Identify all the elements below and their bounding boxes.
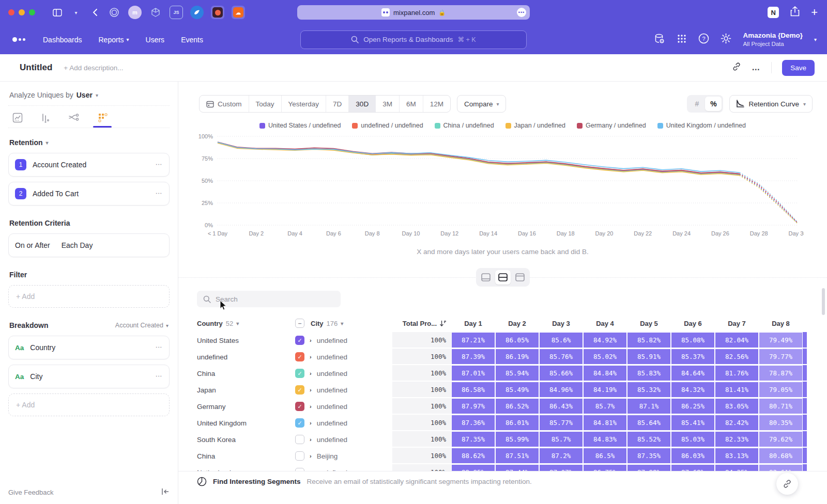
cell-day-2[interactable]: 85.99% bbox=[495, 431, 539, 448]
expand-row-icon[interactable]: › bbox=[310, 387, 312, 393]
settings-gear-icon[interactable] bbox=[721, 33, 731, 46]
cell-day-8[interactable]: 79.49% bbox=[759, 332, 803, 349]
mixpanel-logo[interactable] bbox=[12, 37, 25, 42]
favicon-m[interactable]: m bbox=[128, 6, 142, 19]
column-header-day-6[interactable]: Day 6 bbox=[671, 320, 715, 327]
cell-day-7[interactable]: 82.42% bbox=[715, 415, 759, 431]
expand-row-icon[interactable]: › bbox=[310, 337, 312, 343]
notion-extension-icon[interactable]: N bbox=[768, 7, 779, 18]
view-toggle-table-only[interactable] bbox=[512, 270, 528, 285]
tab-funnels[interactable] bbox=[40, 113, 51, 128]
add-description-field[interactable]: + Add description... bbox=[64, 64, 123, 72]
cell-day-2[interactable]: 86.19% bbox=[495, 349, 539, 365]
cell-day-6[interactable]: 86.03% bbox=[671, 448, 715, 464]
legend-item[interactable]: United States / undefined bbox=[259, 122, 341, 129]
range-6m[interactable]: 6M bbox=[400, 96, 423, 112]
favicon-bird[interactable] bbox=[190, 6, 204, 19]
cell-day-2[interactable]: 85.49% bbox=[495, 382, 539, 398]
give-feedback-link[interactable]: Give Feedback bbox=[8, 489, 53, 496]
expand-row-icon[interactable]: › bbox=[310, 420, 312, 426]
legend-item[interactable]: undefined / undefined bbox=[352, 122, 423, 129]
column-header-day-7[interactable]: Day 7 bbox=[715, 320, 759, 327]
more-options-icon[interactable]: … bbox=[752, 63, 761, 72]
legend-item[interactable]: China / undefined bbox=[435, 122, 494, 129]
cell-day-4[interactable]: 85.02% bbox=[583, 349, 627, 365]
segments-title[interactable]: Find Interesting Segments bbox=[213, 478, 301, 485]
tab-retention[interactable] bbox=[97, 113, 108, 128]
cell-day-5[interactable]: 85.91% bbox=[627, 349, 671, 365]
retention-section-title[interactable]: Retention bbox=[9, 138, 43, 147]
cell-day-8[interactable]: 80.35% bbox=[759, 415, 803, 431]
breakdown-property-name[interactable]: City bbox=[30, 372, 42, 381]
cell-day-5[interactable]: 85.83% bbox=[627, 365, 671, 382]
cell-day-8[interactable]: 79.62% bbox=[759, 431, 803, 448]
cell-day-1[interactable]: 87.35% bbox=[451, 431, 495, 448]
cell-day-6[interactable]: 86.25% bbox=[671, 398, 715, 415]
cell-day-1[interactable]: 87.97% bbox=[451, 398, 495, 415]
cell-day-6[interactable]: 84.32% bbox=[671, 382, 715, 398]
cell-day-3[interactable]: 85.66% bbox=[539, 365, 583, 382]
breakdown-item-city[interactable]: Aa City ⋮ bbox=[8, 365, 170, 388]
global-search-input[interactable]: Open Reports & Dashboards ⌘ + K bbox=[300, 30, 527, 49]
cell-day-1[interactable]: 87.36% bbox=[451, 415, 495, 431]
cell-day-7[interactable]: 83.05% bbox=[715, 398, 759, 415]
column-header-day-2[interactable]: Day 2 bbox=[495, 320, 539, 327]
range-7d[interactable]: 7D bbox=[326, 96, 349, 112]
range-today[interactable]: Today bbox=[249, 96, 282, 112]
favicon-cube[interactable] bbox=[149, 6, 162, 19]
share-icon[interactable] bbox=[790, 6, 800, 19]
expand-row-icon[interactable]: › bbox=[310, 370, 312, 376]
absolute-number-toggle[interactable]: # bbox=[688, 97, 705, 111]
cell-day-5[interactable]: 85.64% bbox=[627, 415, 671, 431]
percent-toggle[interactable]: % bbox=[705, 97, 722, 111]
copy-link-icon[interactable] bbox=[732, 62, 741, 73]
cell-day-3[interactable]: 85.6% bbox=[539, 332, 583, 349]
cell-day-1[interactable]: 87.39% bbox=[451, 349, 495, 365]
cell-day-7[interactable]: 83.13% bbox=[715, 448, 759, 464]
tab-flows[interactable] bbox=[68, 113, 80, 128]
cell-day-4[interactable]: 84.19% bbox=[583, 382, 627, 398]
close-window-button[interactable] bbox=[8, 9, 14, 15]
page-settings-icon[interactable]: ••• bbox=[517, 8, 526, 17]
nav-item-dashboards[interactable]: Dashboards bbox=[43, 36, 82, 44]
column-header-day-8[interactable]: Day 8 bbox=[759, 320, 803, 327]
save-button[interactable]: Save bbox=[782, 60, 815, 76]
retention-curve-chart[interactable]: 100%75%50%25%0%< 1 DayDay 2Day 4Day 6Day… bbox=[194, 131, 804, 241]
cell-day-3[interactable]: 86.43% bbox=[539, 398, 583, 415]
cell-day-1[interactable]: 88.62% bbox=[451, 448, 495, 464]
favicon-soundcloud[interactable]: ☁ bbox=[232, 6, 245, 19]
cell-day-4[interactable]: 84.81% bbox=[583, 415, 627, 431]
cell-day-4[interactable]: 84.84% bbox=[583, 365, 627, 382]
cell-day-6[interactable]: 85.37% bbox=[671, 349, 715, 365]
cell-day-3[interactable]: 85.77% bbox=[539, 415, 583, 431]
cell-day-7[interactable]: 82.04% bbox=[715, 332, 759, 349]
cell-day-2[interactable]: 86.01% bbox=[495, 415, 539, 431]
cell-day-6[interactable]: 85.08% bbox=[671, 332, 715, 349]
cell-day-6[interactable]: 85.03% bbox=[671, 431, 715, 448]
cell-day-8[interactable]: 78.87% bbox=[759, 365, 803, 382]
cell-day-8[interactable]: 80.71% bbox=[759, 398, 803, 415]
breakdown-scope-dropdown[interactable]: Account Created ▾ bbox=[115, 322, 169, 329]
range-yesterday[interactable]: Yesterday bbox=[282, 96, 327, 112]
expand-row-icon[interactable]: › bbox=[310, 436, 312, 443]
select-all-checkbox[interactable]: – bbox=[295, 319, 304, 328]
step-options-icon[interactable]: ⋮ bbox=[155, 161, 163, 168]
favicon-rings[interactable] bbox=[108, 6, 121, 19]
add-filter-button[interactable]: + Add bbox=[8, 285, 170, 308]
column-header-city[interactable]: – City 176 ▾ bbox=[295, 319, 392, 328]
cell-day-8[interactable]: 79.77% bbox=[759, 349, 803, 365]
nav-item-events[interactable]: Events bbox=[181, 36, 203, 44]
cell-day-1[interactable]: 87.21% bbox=[451, 332, 495, 349]
column-header-day-4[interactable]: Day 4 bbox=[583, 320, 627, 327]
cell-day-3[interactable]: 87.2% bbox=[539, 448, 583, 464]
cell-day-5[interactable]: 87.1% bbox=[627, 398, 671, 415]
help-icon[interactable]: ? bbox=[698, 33, 709, 46]
cell-day-1[interactable]: 87.01% bbox=[451, 365, 495, 382]
new-tab-icon[interactable]: + bbox=[811, 6, 818, 19]
cell-day-5[interactable]: 85.82% bbox=[627, 332, 671, 349]
legend-item[interactable]: Germany / undefined bbox=[577, 122, 646, 129]
row-checkbox[interactable]: ✓ bbox=[295, 385, 304, 395]
chart-type-dropdown[interactable]: Retention Curve ▾ bbox=[729, 95, 813, 113]
row-checkbox[interactable]: ✓ bbox=[295, 418, 304, 428]
nav-item-reports[interactable]: Reports▾ bbox=[99, 36, 129, 44]
